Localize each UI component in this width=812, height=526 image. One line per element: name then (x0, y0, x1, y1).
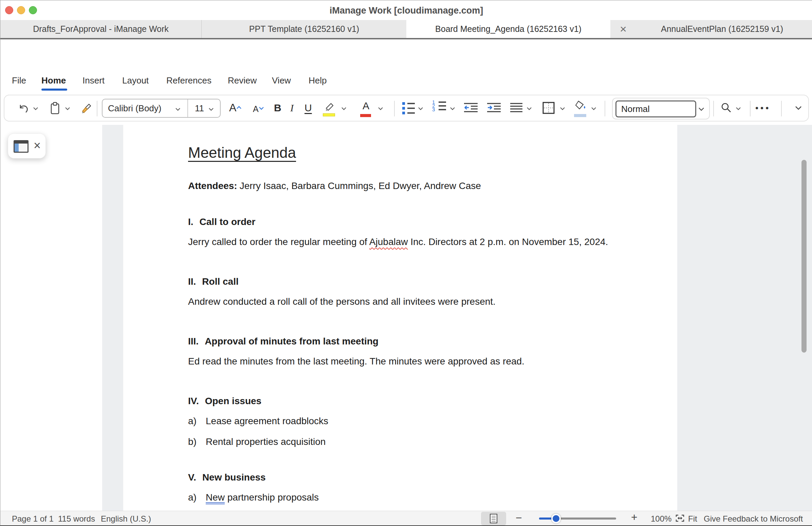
vertical-scrollbar[interactable] (801, 160, 807, 353)
grow-font-letter: A (229, 101, 236, 114)
bullet-list-button[interactable] (402, 102, 415, 114)
font-name-chevron-icon[interactable] (175, 107, 180, 111)
zoom-out-button[interactable]: − (516, 512, 522, 524)
attendees-names: Jerry Isaac, Barbara Cummings, Ed Dwyer,… (240, 180, 481, 191)
shading-button[interactable] (574, 100, 587, 116)
shading-chevron-icon[interactable] (591, 107, 596, 110)
font-color-button[interactable]: A (360, 100, 372, 116)
font-color-chevron-icon[interactable] (378, 107, 383, 110)
undo-button[interactable] (17, 103, 30, 114)
find-button[interactable] (720, 101, 732, 114)
menu-help[interactable]: Help (308, 75, 327, 86)
underline-button[interactable]: U (304, 102, 312, 114)
styles-control: Normal (612, 98, 710, 119)
font-size-chevron-icon[interactable] (208, 107, 214, 111)
zoom-slider[interactable] (539, 517, 616, 520)
menu-layout[interactable]: Layout (122, 75, 149, 86)
font-size-select[interactable]: 11 (195, 103, 204, 114)
list-marker: a) (188, 491, 206, 504)
section-body: Jerry called to order the regular meetin… (188, 235, 660, 248)
browser-tab-ppt-template[interactable]: PPT Template (16252160 v1) (202, 20, 406, 38)
section-title: New business (202, 471, 266, 484)
increase-indent-button[interactable] (487, 102, 502, 114)
shrink-font-button[interactable]: A (253, 104, 259, 114)
zoom-in-button[interactable]: + (631, 511, 638, 524)
page-count[interactable]: Page 1 of 1 (12, 514, 54, 524)
bullet-list-chevron-icon[interactable] (418, 107, 423, 110)
feedback-link[interactable]: Give Feedback to Microsoft (704, 514, 803, 524)
menu-insert[interactable]: Insert (83, 75, 104, 86)
decrease-indent-button[interactable] (463, 102, 478, 114)
text-highlight-button[interactable] (323, 101, 336, 116)
paste-chevron-icon[interactable] (65, 107, 70, 110)
menu-view[interactable]: View (272, 75, 291, 86)
grow-font-button[interactable]: A (229, 101, 236, 114)
misspelled-word: Ajubalaw (369, 236, 408, 247)
titlebar: iManage Work [cloudimanage.com] (0, 0, 812, 20)
close-popover-icon[interactable]: × (34, 138, 41, 153)
fit-label[interactable]: Fit (688, 514, 697, 524)
style-chevron-icon[interactable] (698, 107, 705, 111)
paste-clipboard-button[interactable] (49, 101, 61, 115)
align-text-button[interactable] (509, 102, 523, 114)
more-options-ellipsis[interactable]: ••• (755, 103, 771, 113)
style-select[interactable]: Normal (615, 100, 696, 117)
body-text: Inc. Directors at 2 p.m. on November 15,… (408, 236, 608, 247)
browser-tab-drafts[interactable]: Drafts_ForApproval - iManage Work (0, 20, 202, 38)
find-chevron-icon[interactable] (736, 107, 741, 110)
format-painter-icon[interactable] (80, 102, 93, 115)
word-header: W Board Meeting_Agenda (IMANAGE!16252163… (0, 39, 812, 70)
font-name-select[interactable]: Calibri (Body) (108, 103, 162, 114)
list-text: Lease agreement roadblocks (206, 415, 328, 427)
list-item: a) Lease agreement roadblocks (188, 415, 660, 427)
list-marker: a) (188, 415, 206, 427)
section-number: III. (188, 335, 199, 348)
zoom-level[interactable]: 100% (651, 514, 671, 524)
ribbon-divider (750, 101, 751, 116)
section-number: I. (188, 216, 193, 229)
left-pane (0, 125, 102, 511)
language-indicator[interactable]: English (U.S.) (101, 514, 151, 524)
attendees-label: Attendees: (188, 180, 237, 191)
menu-home[interactable]: Home (41, 75, 66, 86)
content-area: × Meeting Agenda Attendees:Jerry Isaac, … (0, 125, 812, 511)
font-box-divider (187, 99, 188, 117)
browser-tab-board-meeting-agenda-active[interactable]: Board Meeting_Agenda (16252163 v1) (406, 20, 610, 38)
ribbon-divider (605, 101, 605, 116)
borders-chevron-icon[interactable] (560, 107, 565, 110)
browser-tab-annual-event-plan[interactable]: AnnualEventPlan (16252159 v1) (632, 20, 812, 38)
fit-width-icon[interactable] (675, 514, 685, 525)
navigation-pane-icon[interactable] (14, 140, 29, 153)
word-count[interactable]: 115 words (58, 514, 95, 524)
menu-bar: File Home Insert Layout References Revie… (0, 70, 812, 92)
menu-review[interactable]: Review (228, 75, 257, 86)
page-view-toggle[interactable] (481, 512, 506, 525)
window-title: iManage Work [cloudimanage.com] (0, 5, 812, 16)
list-item: b) Rental properties acquisition (188, 435, 660, 448)
menu-references[interactable]: References (166, 75, 212, 86)
document-page[interactable]: Meeting Agenda Attendees:Jerry Isaac, Ba… (123, 125, 677, 511)
doc-heading: Meeting Agenda (188, 144, 660, 161)
section-number: V. (188, 471, 196, 484)
italic-button[interactable]: I (290, 102, 294, 114)
align-chevron-icon[interactable] (526, 107, 532, 110)
bold-button[interactable]: B (274, 102, 281, 114)
numbered-list-chevron-icon[interactable] (450, 107, 455, 110)
highlight-chevron-icon[interactable] (341, 107, 347, 110)
undo-chevron-icon[interactable] (33, 107, 38, 110)
menu-file[interactable]: File (12, 75, 26, 86)
collapse-ribbon-chevron-icon[interactable] (795, 105, 802, 110)
attendees-line: Attendees:Jerry Isaac, Barbara Cummings,… (188, 179, 660, 192)
close-tab-icon[interactable]: × (615, 20, 632, 38)
font-color-swatch (360, 114, 371, 117)
borders-button[interactable] (542, 101, 555, 114)
section-title: Call to order (200, 216, 256, 229)
section-body: Andrew conducted a roll call of the pers… (188, 295, 660, 308)
section-heading: II. Roll call (188, 275, 660, 288)
section-title: Open issues (205, 395, 262, 408)
numbered-list-button[interactable]: 1 2 3 (432, 101, 446, 111)
section-title: Approval of minutes from last meeting (205, 335, 378, 348)
list-item: a) New partnership proposals (188, 491, 660, 504)
section-number: IV. (188, 395, 199, 408)
zoom-slider-thumb[interactable] (551, 514, 561, 523)
